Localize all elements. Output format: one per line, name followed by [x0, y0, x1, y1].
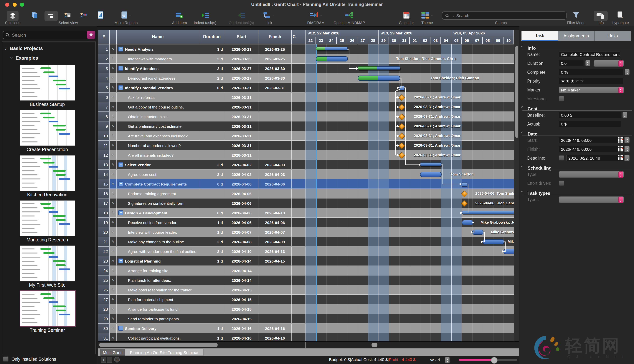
table-row[interactable]: 27✎Plan for material shipment.2026-04-15	[98, 295, 306, 304]
table-row[interactable]: 21✎Make any changes to the outline.2 d20…	[98, 237, 306, 246]
collapse-group-icon[interactable]: −	[118, 162, 123, 167]
table-row[interactable]: 25✎Plan lunch for attendees.2026-04-14	[98, 276, 306, 285]
outdent-tasks-button[interactable]	[237, 11, 246, 20]
horizontal-scrollbar[interactable]	[98, 342, 519, 348]
table-row[interactable]: 24✎Arrange for training site.2026-04-14	[98, 266, 306, 276]
date-input[interactable]: 2026/ 3/22, 20:48	[566, 155, 625, 161]
table-scroll-thumb[interactable]	[99, 343, 218, 347]
table-row[interactable]: 2✎Interviews with managers.3 d2026-03-23…	[98, 54, 306, 64]
info-button[interactable]	[594, 11, 608, 21]
section-header-task-types[interactable]: ˅Task types	[519, 188, 634, 196]
table-row[interactable]: 14✎Agree upon cost.2 d2026-04-022026-04-…	[98, 170, 306, 179]
table-row[interactable]: 1✎−Needs Analysis3 d2026-03-232026-03-25	[98, 44, 306, 54]
more-options-button[interactable]: ⊙	[114, 357, 120, 362]
remove-row-button[interactable]: −	[107, 357, 112, 362]
combo-stepper[interactable]: ▲▼	[618, 172, 623, 178]
table-row[interactable]: 3✎−Identify Attendees2 d2026-03-272026-0…	[98, 64, 306, 73]
table-row[interactable]: 18✎−Design & Development6 d2026-04-06202…	[98, 208, 306, 218]
task-name-cell[interactable]: Are all materials included?	[117, 150, 199, 160]
vertical-scroll-thumb[interactable]	[515, 46, 518, 138]
gantt-milestone-flag[interactable]	[399, 86, 404, 90]
field-combo[interactable]: ▲▼	[559, 171, 624, 178]
view-reports-icon[interactable]	[31, 11, 38, 20]
solutions-button[interactable]	[7, 11, 19, 21]
report-document-icon[interactable]	[97, 11, 104, 20]
table-row[interactable]: 5✎−Identify Potential Vendors0 d2026-03-…	[98, 83, 306, 92]
gantt-group-bar[interactable]	[462, 211, 514, 214]
table-row[interactable]: 26✎Make hotel reservation for the traine…	[98, 285, 306, 295]
duration-input[interactable]: 0.0	[559, 60, 584, 66]
task-name-cell[interactable]: Obtain instructors bio's.	[117, 112, 199, 122]
calendar-button[interactable]	[403, 11, 410, 20]
field-combo[interactable]: ▲▼	[559, 196, 624, 203]
view-gantt-icon[interactable]	[45, 11, 58, 21]
gantt-task-bar[interactable]	[420, 172, 442, 177]
calendar-picker-icon[interactable]	[618, 138, 623, 142]
task-name-cell[interactable]: −Select Vendor	[117, 160, 199, 170]
sidebar-item-basic-projects[interactable]: ˅Basic Projects	[5, 46, 43, 51]
field-input[interactable]: 0 $	[559, 121, 621, 127]
deadline-checkbox[interactable]	[559, 155, 564, 161]
calendar-picker-icon[interactable]	[618, 155, 623, 160]
indent-tasks-button[interactable]	[201, 11, 209, 20]
tab-multi-gantt[interactable]: Multi Gantt	[100, 349, 125, 356]
task-name-cell[interactable]: Ask for referrals.	[117, 92, 199, 102]
table-row[interactable]: 17✎Signatures on confidentially form.202…	[98, 198, 306, 208]
task-name-cell[interactable]: Make any changes to the outline.	[117, 237, 199, 246]
task-name-cell[interactable]: Number of attendees allowed?	[117, 141, 199, 150]
table-row[interactable]: 19✎Receive outline from vendor.1 d2026-0…	[98, 218, 306, 227]
solution-thumbnail[interactable]: Kitchen Renovation	[20, 155, 75, 197]
table-row[interactable]: 29✎Send reminder to participants.2026-04…	[98, 314, 306, 324]
zoom-slider-knob[interactable]	[491, 357, 498, 364]
section-header-info[interactable]: ˅Info	[519, 43, 634, 50]
solutions-store-icon[interactable]: ❖	[87, 31, 95, 39]
task-name-cell[interactable]: −Identify Attendees	[117, 64, 199, 73]
add-item-button[interactable]	[175, 11, 183, 20]
section-header-cost[interactable]: ˅Cost	[519, 104, 634, 111]
table-row[interactable]: 20✎Interview with course leader.1 d2026-…	[98, 227, 306, 237]
zoom-stepper[interactable]: ▲▼	[445, 357, 450, 363]
task-name-cell[interactable]: Signatures on confidentially form.	[117, 198, 199, 208]
task-name-cell[interactable]: Interviews with managers.	[117, 54, 199, 64]
micro-reports-button[interactable]: ⌄	[121, 11, 131, 20]
field-stepper[interactable]: ▲▼	[625, 69, 629, 75]
combo-stepper[interactable]: ▲▼	[618, 197, 623, 203]
solution-thumbnail[interactable]: Marketing Research	[20, 200, 75, 242]
filter-mode-button[interactable]	[572, 11, 580, 20]
task-name-cell[interactable]: −Logistical Planning	[117, 256, 199, 266]
only-installed-solutions-toggle[interactable]: Only Installed Solutions	[3, 356, 56, 362]
table-row[interactable]: 9✎Get a preliminary cost estimate.2026-0…	[98, 122, 306, 131]
field-input[interactable]: 0 %	[559, 69, 623, 75]
date-stepper[interactable]: ▲▼	[625, 155, 629, 161]
gantt-task-bar[interactable]	[462, 220, 473, 225]
task-name-cell[interactable]: Collect participant evaluations.	[117, 333, 199, 342]
task-name-cell[interactable]: Send reminder to participants.	[117, 314, 199, 324]
task-name-cell[interactable]: Arrange for participant's lunch.	[117, 304, 199, 314]
inspector-tab-assignments[interactable]: Assignments	[558, 31, 595, 41]
hypernote-button[interactable]: ∞	[617, 11, 624, 20]
task-name-cell[interactable]: Plan lunch for attendees.	[117, 276, 199, 285]
calendar-picker-icon[interactable]	[618, 146, 623, 152]
task-name-cell[interactable]: Interview with course leader.	[117, 227, 199, 237]
task-name-cell[interactable]: Agree upon cost.	[117, 170, 199, 179]
field-input[interactable]: Complete Contract Requirements	[559, 51, 620, 58]
gantt-milestone-flag[interactable]	[462, 182, 467, 186]
tab-planning-seminar[interactable]: Planning An On-Site Training Seminar	[125, 349, 203, 356]
table-row[interactable]: 31✎Collect participant evaluations.1 d20…	[98, 333, 306, 342]
field-combo[interactable]: No Marker▲▼	[559, 87, 624, 93]
table-row[interactable]: 30✎−Seminar Delivery1 d2026-04-162026-04…	[98, 324, 306, 333]
gantt-task-bar[interactable]	[483, 239, 504, 244]
view-resources-icon[interactable]	[63, 11, 71, 20]
diagram-button[interactable]: ⌄	[309, 11, 322, 20]
table-row[interactable]: 13✎−Select Vendor2 d2026-04-022026-04-03	[98, 160, 306, 170]
gantt-task-bar[interactable]	[316, 56, 348, 62]
task-name-cell[interactable]: Endorse training agreement.	[117, 189, 199, 198]
task-name-cell[interactable]: Make hotel reservation for the trainer.	[117, 285, 199, 295]
table-row[interactable]: 6✎Ask for referrals.2026-03-31	[98, 92, 306, 102]
link-button[interactable]: ⌄	[263, 11, 274, 20]
inspector-tab-task[interactable]: Task	[522, 31, 558, 41]
solution-thumbnail[interactable]: Training Seminar	[20, 291, 75, 333]
table-row[interactable]: 7✎Get a copy of the course outline.2026-…	[98, 102, 306, 112]
collapse-group-icon[interactable]: −	[118, 182, 123, 186]
add-row-button[interactable]: +	[101, 357, 106, 362]
